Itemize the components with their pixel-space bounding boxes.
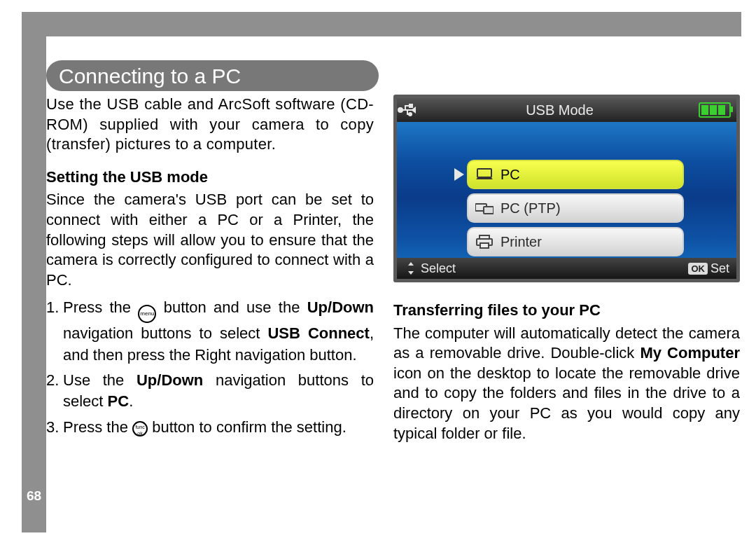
intro-paragraph: Use the USB cable and ArcSoft software (… (46, 95, 374, 155)
usb-mode-paragraph: Since the camera's USB port can be set t… (46, 190, 374, 290)
ok-badge: OK (688, 263, 708, 275)
svg-rect-8 (480, 243, 489, 248)
camera-screen: USB Mode PC (397, 98, 736, 279)
set-label: Set (710, 261, 729, 276)
usb-icon (397, 103, 421, 117)
svg-point-1 (409, 113, 412, 116)
right-column: USB Mode PC (393, 95, 740, 451)
section-title: Connecting to a PC (46, 60, 379, 88)
step-3: 3. Press the funcok button to confirm th… (46, 417, 374, 438)
section-title-bar: Connecting to a PC (46, 60, 379, 91)
battery-icon (699, 102, 731, 118)
manual-page: 68 Connecting to a PC Use the USB cable … (0, 0, 756, 550)
screen-status-bar: USB Mode (397, 98, 736, 122)
subheading-transferring: Transferring files to your PC (393, 301, 740, 321)
step-2: 2. Use the Up/Down navigation buttons to… (46, 370, 374, 413)
menu-item-printer: Printer (467, 227, 684, 256)
left-column: Use the USB cable and ArcSoft software (… (46, 95, 374, 442)
svg-rect-5 (484, 207, 493, 214)
printer-icon (475, 235, 493, 249)
svg-rect-2 (410, 104, 412, 107)
screen-title: USB Mode (421, 102, 699, 118)
menu-button-icon: menu (138, 305, 156, 323)
subheading-usb-mode: Setting the USB mode (46, 167, 374, 188)
decoration-bar-side (22, 12, 46, 532)
steps-list: 1. Press the menu button and use the Up/… (46, 297, 374, 438)
pc-icon (475, 167, 493, 181)
transferring-paragraph: The computer will automatically detect t… (393, 324, 740, 444)
camera-screen-figure: USB Mode PC (393, 95, 740, 282)
nav-arrows-icon (404, 262, 418, 275)
menu-item-pc-ptp: PC (PTP) (467, 193, 684, 223)
menu-item-pc: PC (467, 160, 684, 189)
ptp-icon (475, 201, 493, 215)
page-number: 68 (22, 488, 46, 504)
select-label: Select (421, 261, 456, 276)
func-ok-button-icon: funcok (132, 421, 148, 436)
svg-rect-3 (477, 169, 491, 177)
step-1: 1. Press the menu button and use the Up/… (46, 297, 374, 366)
screen-bottom-bar: Select OK Set (397, 258, 736, 279)
usb-mode-menu: PC PC (PTP) Printer (467, 160, 684, 261)
decoration-bar-top (22, 12, 741, 36)
